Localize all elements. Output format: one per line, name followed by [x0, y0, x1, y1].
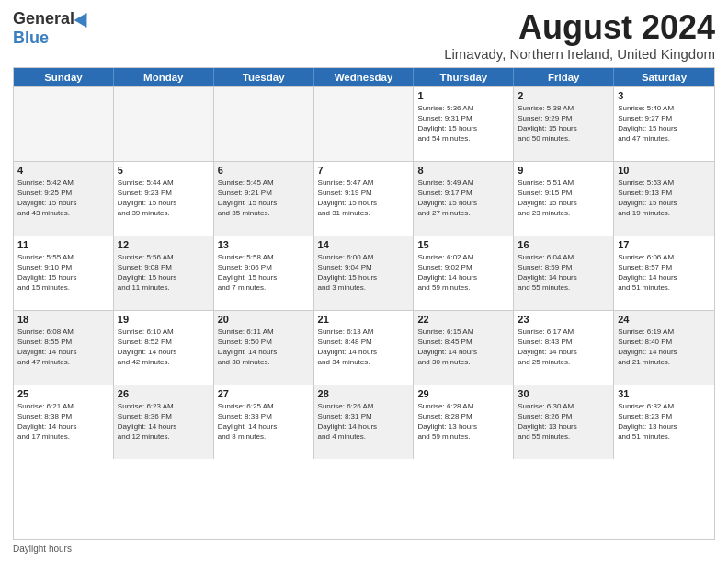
- cal-cell-2: 2Sunrise: 5:38 AMSunset: 9:29 PMDaylight…: [514, 87, 614, 161]
- footer-note: Daylight hours: [13, 544, 715, 554]
- day-info: Sunrise: 6:26 AMSunset: 8:31 PMDaylight:…: [318, 401, 410, 442]
- day-info: Sunrise: 6:17 AMSunset: 8:43 PMDaylight:…: [518, 327, 609, 368]
- page: General Blue August 2024 Limavady, North…: [0, 0, 728, 563]
- day-number: 7: [318, 165, 410, 176]
- cal-cell-empty: [114, 87, 214, 161]
- day-info: Sunrise: 6:30 AMSunset: 8:26 PMDaylight:…: [518, 401, 609, 442]
- day-info: Sunrise: 6:19 AMSunset: 8:40 PMDaylight:…: [618, 327, 711, 368]
- day-info: Sunrise: 5:53 AMSunset: 9:13 PMDaylight:…: [618, 178, 711, 219]
- cal-cell-30: 30Sunrise: 6:30 AMSunset: 8:26 PMDayligh…: [514, 385, 614, 459]
- day-info: Sunrise: 5:49 AMSunset: 9:17 PMDaylight:…: [417, 178, 509, 219]
- day-number: 11: [17, 239, 109, 250]
- cal-cell-12: 12Sunrise: 5:56 AMSunset: 9:08 PMDayligh…: [114, 236, 214, 310]
- month-year: August 2024: [444, 9, 715, 46]
- day-info: Sunrise: 5:51 AMSunset: 9:15 PMDaylight:…: [518, 178, 609, 219]
- day-info: Sunrise: 6:25 AMSunset: 8:33 PMDaylight:…: [218, 401, 310, 442]
- day-info: Sunrise: 5:56 AMSunset: 9:08 PMDaylight:…: [118, 252, 210, 293]
- cal-cell-empty: [14, 87, 114, 161]
- day-info: Sunrise: 6:15 AMSunset: 8:45 PMDaylight:…: [417, 327, 509, 368]
- header: General Blue August 2024 Limavady, North…: [13, 9, 715, 62]
- day-info: Sunrise: 5:47 AMSunset: 9:19 PMDaylight:…: [318, 178, 410, 219]
- day-number: 21: [318, 314, 410, 325]
- cal-cell-25: 25Sunrise: 6:21 AMSunset: 8:38 PMDayligh…: [14, 385, 114, 459]
- day-info: Sunrise: 6:13 AMSunset: 8:48 PMDaylight:…: [318, 327, 410, 368]
- daylight-label: Daylight hours: [13, 544, 72, 554]
- day-number: 23: [518, 314, 609, 325]
- day-info: Sunrise: 6:08 AMSunset: 8:55 PMDaylight:…: [17, 327, 109, 368]
- day-number: 25: [17, 388, 109, 399]
- day-number: 6: [218, 165, 310, 176]
- cal-cell-15: 15Sunrise: 6:02 AMSunset: 9:02 PMDayligh…: [414, 236, 514, 310]
- cal-row-1: 4Sunrise: 5:42 AMSunset: 9:25 PMDaylight…: [14, 161, 714, 236]
- cal-cell-7: 7Sunrise: 5:47 AMSunset: 9:19 PMDaylight…: [314, 162, 415, 236]
- day-info: Sunrise: 6:02 AMSunset: 9:02 PMDaylight:…: [417, 252, 509, 293]
- day-number: 19: [118, 314, 210, 325]
- header-day-monday: Monday: [114, 68, 214, 86]
- day-number: 16: [518, 239, 609, 250]
- cal-cell-18: 18Sunrise: 6:08 AMSunset: 8:55 PMDayligh…: [14, 311, 114, 385]
- day-number: 24: [618, 314, 711, 325]
- day-number: 27: [218, 388, 310, 399]
- day-number: 18: [17, 314, 109, 325]
- cal-cell-11: 11Sunrise: 5:55 AMSunset: 9:10 PMDayligh…: [14, 236, 114, 310]
- logo: General Blue: [13, 9, 91, 48]
- day-number: 26: [118, 388, 210, 399]
- calendar: SundayMondayTuesdayWednesdayThursdayFrid…: [13, 67, 715, 540]
- calendar-body: 1Sunrise: 5:36 AMSunset: 9:31 PMDaylight…: [14, 86, 714, 459]
- day-info: Sunrise: 5:45 AMSunset: 9:21 PMDaylight:…: [218, 178, 310, 219]
- cal-row-3: 18Sunrise: 6:08 AMSunset: 8:55 PMDayligh…: [14, 310, 714, 385]
- day-info: Sunrise: 5:38 AMSunset: 9:29 PMDaylight:…: [518, 103, 609, 144]
- cal-cell-10: 10Sunrise: 5:53 AMSunset: 9:13 PMDayligh…: [614, 162, 714, 236]
- header-day-friday: Friday: [514, 68, 614, 86]
- cal-cell-21: 21Sunrise: 6:13 AMSunset: 8:48 PMDayligh…: [314, 311, 415, 385]
- logo-blue: Blue: [13, 29, 49, 48]
- cal-cell-empty: [214, 87, 314, 161]
- day-number: 31: [618, 388, 711, 399]
- cal-cell-31: 31Sunrise: 6:32 AMSunset: 8:23 PMDayligh…: [614, 385, 714, 459]
- day-number: 17: [618, 239, 711, 250]
- cal-cell-empty: [314, 87, 415, 161]
- cal-cell-20: 20Sunrise: 6:11 AMSunset: 8:50 PMDayligh…: [214, 311, 314, 385]
- cal-cell-4: 4Sunrise: 5:42 AMSunset: 9:25 PMDaylight…: [14, 162, 114, 236]
- day-number: 10: [618, 165, 711, 176]
- logo-triangle-icon: [74, 8, 94, 27]
- cal-row-4: 25Sunrise: 6:21 AMSunset: 8:38 PMDayligh…: [14, 385, 714, 459]
- day-number: 20: [218, 314, 310, 325]
- day-number: 2: [518, 90, 609, 101]
- day-number: 1: [417, 90, 509, 101]
- day-info: Sunrise: 6:28 AMSunset: 8:28 PMDaylight:…: [417, 401, 509, 442]
- day-number: 9: [518, 165, 609, 176]
- header-day-saturday: Saturday: [614, 68, 714, 86]
- cal-cell-6: 6Sunrise: 5:45 AMSunset: 9:21 PMDaylight…: [214, 162, 314, 236]
- day-info: Sunrise: 6:06 AMSunset: 8:57 PMDaylight:…: [618, 252, 711, 293]
- day-number: 13: [218, 239, 310, 250]
- day-info: Sunrise: 6:10 AMSunset: 8:52 PMDaylight:…: [118, 327, 210, 368]
- cal-cell-1: 1Sunrise: 5:36 AMSunset: 9:31 PMDaylight…: [414, 87, 514, 161]
- header-day-sunday: Sunday: [14, 68, 114, 86]
- day-info: Sunrise: 5:55 AMSunset: 9:10 PMDaylight:…: [17, 252, 109, 293]
- cal-cell-24: 24Sunrise: 6:19 AMSunset: 8:40 PMDayligh…: [614, 311, 714, 385]
- cal-row-2: 11Sunrise: 5:55 AMSunset: 9:10 PMDayligh…: [14, 236, 714, 310]
- cal-cell-19: 19Sunrise: 6:10 AMSunset: 8:52 PMDayligh…: [114, 311, 214, 385]
- day-info: Sunrise: 6:00 AMSunset: 9:04 PMDaylight:…: [318, 252, 410, 293]
- day-number: 3: [618, 90, 711, 101]
- cal-row-0: 1Sunrise: 5:36 AMSunset: 9:31 PMDaylight…: [14, 86, 714, 161]
- day-number: 22: [417, 314, 509, 325]
- calendar-header: SundayMondayTuesdayWednesdayThursdayFrid…: [14, 68, 714, 86]
- cal-cell-17: 17Sunrise: 6:06 AMSunset: 8:57 PMDayligh…: [614, 236, 714, 310]
- day-info: Sunrise: 5:58 AMSunset: 9:06 PMDaylight:…: [218, 252, 310, 293]
- day-info: Sunrise: 6:21 AMSunset: 8:38 PMDaylight:…: [17, 401, 109, 442]
- day-info: Sunrise: 5:42 AMSunset: 9:25 PMDaylight:…: [17, 178, 109, 219]
- cal-cell-9: 9Sunrise: 5:51 AMSunset: 9:15 PMDaylight…: [514, 162, 614, 236]
- cal-cell-13: 13Sunrise: 5:58 AMSunset: 9:06 PMDayligh…: [214, 236, 314, 310]
- cal-cell-26: 26Sunrise: 6:23 AMSunset: 8:36 PMDayligh…: [114, 385, 214, 459]
- cal-cell-22: 22Sunrise: 6:15 AMSunset: 8:45 PMDayligh…: [414, 311, 514, 385]
- header-day-tuesday: Tuesday: [214, 68, 314, 86]
- cal-cell-28: 28Sunrise: 6:26 AMSunset: 8:31 PMDayligh…: [314, 385, 415, 459]
- cal-cell-29: 29Sunrise: 6:28 AMSunset: 8:28 PMDayligh…: [414, 385, 514, 459]
- title-block: August 2024 Limavady, Northern Ireland, …: [444, 9, 715, 62]
- day-info: Sunrise: 6:04 AMSunset: 8:59 PMDaylight:…: [518, 252, 609, 293]
- day-number: 30: [518, 388, 609, 399]
- cal-cell-5: 5Sunrise: 5:44 AMSunset: 9:23 PMDaylight…: [114, 162, 214, 236]
- day-number: 8: [417, 165, 509, 176]
